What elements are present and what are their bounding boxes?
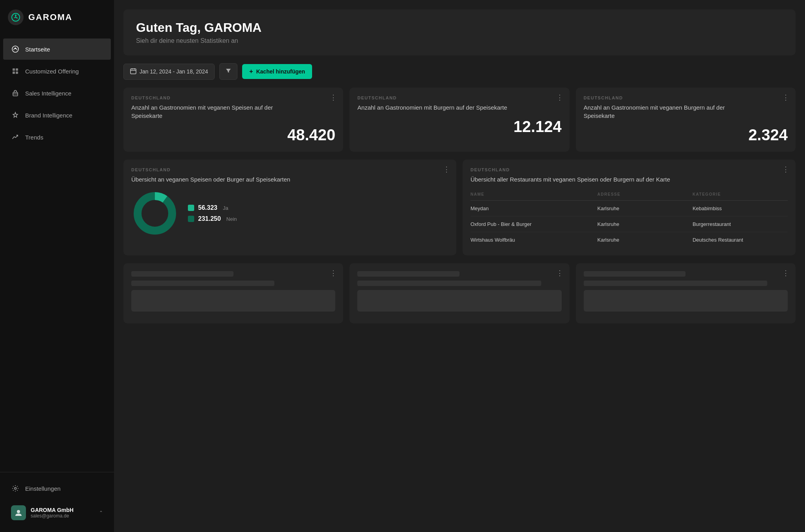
greeting-subtitle: Sieh dir deine neusten Statistiken an — [136, 37, 783, 44]
svg-point-11 — [17, 510, 20, 513]
logo-icon — [8, 9, 24, 25]
calendar-icon — [130, 68, 136, 75]
sidebar-item-customized-offering[interactable]: Customized Offering — [3, 61, 111, 82]
table-row: Meydan Karlsruhe Kebabimbiss — [471, 201, 788, 216]
user-section[interactable]: GAROMA GmbH sales@garoma.de ⌃ — [3, 500, 111, 526]
tile-menu-button-chart[interactable]: ⋮ — [443, 166, 450, 173]
tile-country-1: DEUTSCHLAND — [131, 95, 335, 100]
sidebar-item-trends[interactable]: Trends — [3, 127, 111, 148]
add-tile-button[interactable]: + Kachel hinzufügen — [242, 64, 312, 79]
tile-menu-button-3[interactable]: ⋮ — [782, 94, 789, 101]
tile-chart-overview: ⋮ DEUTSCHLAND Übersicht an veganen Speis… — [123, 160, 456, 255]
toolbar: Jan 12, 2024 - Jan 18, 2024 + Kachel hin… — [123, 63, 796, 80]
col-header-name: NAME — [471, 192, 597, 196]
user-info: GAROMA GmbH sales@garoma.de — [31, 507, 94, 519]
tile-menu-button-p2[interactable]: ⋮ — [556, 270, 563, 277]
svg-point-10 — [15, 488, 17, 490]
tiles-row-1: ⋮ DEUTSCHLAND Anzahl an Gastronomien mit… — [123, 88, 796, 152]
chart-area: 56.323 Ja 231.250 Nein — [131, 190, 448, 237]
legend-dot-ja — [188, 205, 194, 211]
sidebar-item-startseite[interactable]: Startseite — [3, 39, 111, 60]
tile-country-2: DEUTSCHLAND — [357, 95, 561, 100]
date-range-label: Jan 12, 2024 - Jan 18, 2024 — [140, 68, 208, 75]
user-name: GAROMA GmbH — [31, 507, 94, 513]
tile-table-restaurants: ⋮ DEUTSCHLAND Übersicht aller Restaurant… — [463, 160, 796, 255]
tile-menu-button-table[interactable]: ⋮ — [782, 166, 789, 173]
header-banner: Guten Tag, GAROMA Sieh dir deine neusten… — [123, 9, 796, 55]
cell-address-2: Karlsruhe — [597, 221, 693, 227]
home-icon — [11, 45, 20, 53]
cell-address-3: Karlsruhe — [597, 237, 693, 243]
svg-rect-6 — [13, 72, 15, 74]
date-range-button[interactable]: Jan 12, 2024 - Jan 18, 2024 — [123, 64, 215, 80]
legend-value-nein: 231.250 — [198, 215, 221, 222]
sidebar-item-label-brand: Brand Intelligence — [25, 112, 72, 119]
cell-name-2: Oxford Pub - Bier & Burger — [471, 221, 597, 227]
cell-name-3: Wirtshaus Wolfbräu — [471, 237, 597, 243]
user-email: sales@garoma.de — [31, 513, 94, 519]
add-tile-label: Kachel hinzufügen — [256, 68, 305, 75]
placeholder-bar — [131, 281, 274, 286]
legend-item-ja: 56.323 Ja — [188, 204, 237, 211]
placeholder-bar — [584, 271, 686, 277]
svg-rect-12 — [130, 69, 136, 74]
placeholder-tile-1: ⋮ — [123, 263, 343, 323]
sidebar-item-label-sales: Sales Intelligence — [25, 90, 72, 97]
tile-vegan-speisen: ⋮ DEUTSCHLAND Anzahl an Gastronomien mit… — [123, 88, 343, 152]
chevron-icon: ⌃ — [99, 510, 103, 515]
filter-icon — [225, 68, 232, 75]
svg-rect-5 — [16, 68, 18, 71]
trends-icon — [11, 133, 20, 141]
sidebar-item-brand-intelligence[interactable]: Brand Intelligence — [3, 105, 111, 126]
cell-category-1: Kebabimbiss — [693, 205, 788, 211]
col-header-category: KATEGORIE — [693, 192, 788, 196]
grid-icon — [11, 67, 20, 75]
placeholder-bar — [584, 290, 788, 312]
settings-label: Einstellungen — [25, 485, 61, 492]
tile-value-3: 2.324 — [584, 126, 788, 144]
brand-icon — [11, 111, 20, 119]
settings-item[interactable]: Einstellungen — [3, 479, 111, 498]
cell-name-1: Meydan — [471, 205, 597, 211]
greeting-title: Guten Tag, GAROMA — [136, 20, 783, 35]
svg-point-18 — [143, 202, 167, 225]
tile-title-1: Anzahl an Gastronomien mit veganen Speis… — [131, 103, 305, 120]
tile-menu-button-2[interactable]: ⋮ — [556, 94, 563, 101]
sidebar-item-sales-intelligence[interactable]: Sales Intelligence — [3, 83, 111, 104]
cell-address-1: Karlsruhe — [597, 205, 693, 211]
tile-menu-button-1[interactable]: ⋮ — [330, 94, 337, 101]
placeholder-tile-3: ⋮ — [576, 263, 796, 323]
svg-point-3 — [15, 48, 16, 49]
legend-dot-nein — [188, 216, 194, 222]
tile-burger-speisen: ⋮ DEUTSCHLAND Anzahl an Gastronomien mit… — [349, 88, 569, 152]
chart-tile-title: Übersicht an veganen Speisen oder Burger… — [131, 175, 401, 183]
col-header-address: ADRESSE — [597, 192, 693, 196]
table-tile-country: DEUTSCHLAND — [471, 167, 788, 172]
tile-menu-button-p1[interactable]: ⋮ — [330, 270, 337, 277]
tile-country-3: DEUTSCHLAND — [584, 95, 788, 100]
placeholder-bar — [131, 271, 233, 277]
tiles-row-3-placeholders: ⋮ ⋮ ⋮ — [123, 263, 796, 323]
sidebar-navigation: Startseite Customized Offering — [0, 35, 114, 472]
tile-menu-button-p3[interactable]: ⋮ — [782, 270, 789, 277]
table-row: Oxford Pub - Bier & Burger Karlsruhe Bur… — [471, 216, 788, 232]
main-content: Guten Tag, GAROMA Sieh dir deine neusten… — [114, 0, 805, 532]
legend-label-nein: Nein — [226, 216, 237, 222]
placeholder-bar — [584, 281, 767, 286]
donut-chart — [131, 190, 178, 237]
tile-vegane-burger: ⋮ DEUTSCHLAND Anzahl an Gastronomien mit… — [576, 88, 796, 152]
sidebar: GAROMA Startseite — [0, 0, 114, 532]
tile-title-3: Anzahl an Gastronomien mit veganen Burge… — [584, 103, 757, 120]
tiles-row-2: ⋮ DEUTSCHLAND Übersicht an veganen Speis… — [123, 160, 796, 255]
filter-button[interactable] — [219, 63, 237, 80]
tile-value-1: 48.420 — [131, 126, 335, 144]
plus-icon: + — [249, 68, 253, 75]
svg-rect-4 — [13, 68, 15, 71]
table-headers: NAME ADRESSE KATEGORIE — [471, 190, 788, 201]
table-tile-title: Übersicht aller Restaurants mit veganen … — [471, 175, 756, 183]
sidebar-item-label-trends: Trends — [25, 134, 43, 141]
user-avatar — [11, 505, 26, 520]
chart-tile-country: DEUTSCHLAND — [131, 167, 448, 172]
briefcase-icon — [11, 89, 20, 97]
placeholder-bar — [131, 290, 335, 312]
